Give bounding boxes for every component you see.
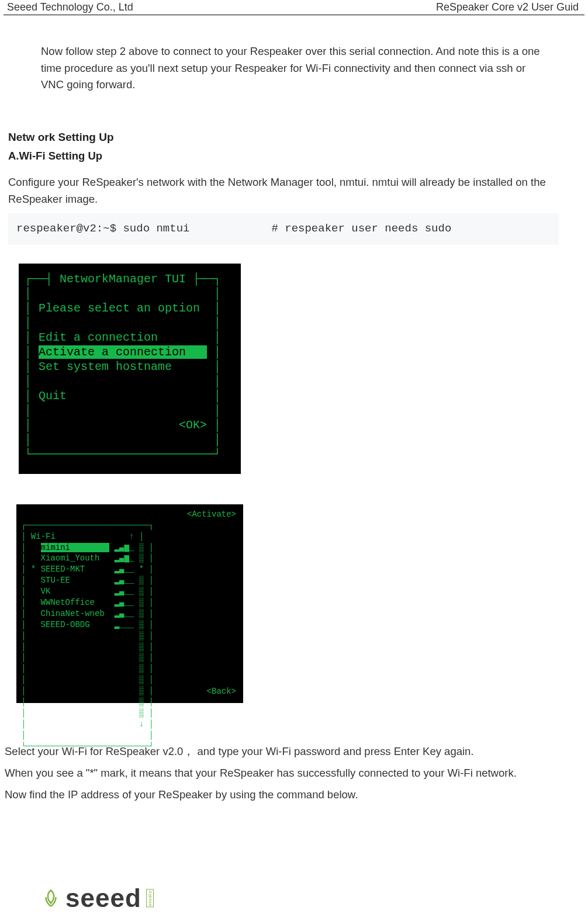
followup-line3: Now find the IP address of your ReSpeake…: [5, 784, 547, 805]
tui2-wifi-header: Wi-Fi: [31, 532, 56, 541]
tui2-activate-button[interactable]: <Activate>: [187, 509, 236, 520]
page-header: Seeed Technology Co., Ltd ReSpeaker Core…: [4, 0, 584, 15]
tui1-option-quit[interactable]: Quit: [39, 389, 67, 403]
wifi-item-mimini[interactable]: mimini: [41, 543, 110, 552]
wifi-item-seeed-mkt[interactable]: SEEED-MKT: [41, 565, 85, 574]
tui1-title: NetworkManager TUI: [60, 272, 186, 286]
terminal-prompt: respeaker@v2:~$ sudo nmtui: [16, 220, 189, 237]
nmtui-wifi-screenshot: ┌─────────────────────────┐ │ Wi-Fi ↑ │ …: [8, 498, 251, 716]
wifi-item-stu-ee[interactable]: STU-EE: [41, 576, 70, 585]
config-paragraph: Configure your ReSpeaker's network with …: [8, 174, 547, 207]
tui1-option-activate[interactable]: Activate a connection: [39, 345, 207, 359]
wifi-item-vk[interactable]: VK: [41, 587, 51, 596]
terminal-command-box: respeaker@v2:~$ sudo nmtui # respeaker u…: [8, 213, 559, 244]
tui1-option-edit[interactable]: Edit a connection: [39, 331, 158, 344]
intro-paragraph: Now follow step 2 above to connect to yo…: [41, 43, 547, 94]
wifi-item-xiaomi[interactable]: Xiaomi_Youth: [41, 553, 100, 563]
terminal-comment: # respeaker user needs sudo: [271, 220, 451, 237]
wifi-item-chinanet[interactable]: ChinaNet-wneb: [41, 609, 105, 618]
tui1-prompt: Please select an option: [39, 302, 200, 315]
tui2-back-button[interactable]: <Back>: [207, 686, 236, 697]
logo-studio-label: studio: [146, 889, 154, 907]
section-wifi-heading: A.Wi-Fi Setting Up: [8, 148, 547, 165]
seeed-logo: seeed studio: [41, 884, 154, 913]
seeed-logo-icon: [41, 888, 61, 908]
followup-line2: When you see a "*" mark, it means that y…: [5, 762, 547, 784]
tui1-ok-button[interactable]: <OK>: [179, 418, 207, 432]
logo-text: seeed: [65, 884, 141, 913]
wifi-item-wwnetoffice[interactable]: WWNetOffice: [41, 598, 95, 607]
header-right: ReSpeaker Core v2 User Guid: [436, 1, 579, 13]
header-left: Seeed Technology Co., Ltd: [7, 1, 133, 13]
nmtui-main-screenshot: ┌──┤ NetworkManager TUI ├──┐ │ │ │ Pleas…: [8, 251, 251, 490]
tui1-option-hostname[interactable]: Set system hostname: [39, 360, 172, 373]
wifi-item-seeed-obdg[interactable]: SEEED-OBDG: [41, 620, 90, 629]
section-network-heading: Netw ork Setting Up: [8, 129, 547, 146]
